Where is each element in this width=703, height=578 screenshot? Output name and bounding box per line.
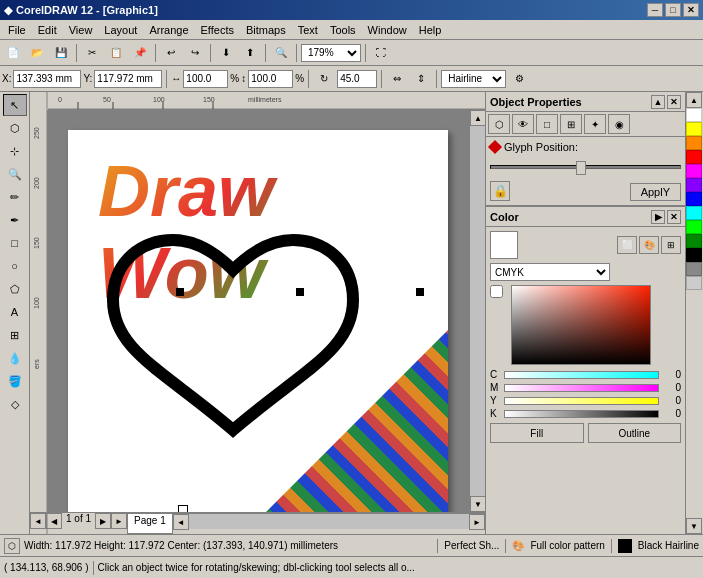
glyph-slider-thumb[interactable] (576, 161, 586, 175)
palette-swatch-green[interactable] (686, 220, 702, 234)
mirror-v-btn[interactable]: ⇕ (410, 68, 432, 90)
minimize-button[interactable]: ─ (647, 3, 663, 17)
freehand-tool[interactable]: ✏ (3, 186, 27, 208)
rect-tool[interactable]: □ (3, 232, 27, 254)
shape-tool[interactable]: ⬡ (3, 117, 27, 139)
zoom-in-button[interactable]: 🔍 (270, 42, 292, 64)
export-button[interactable]: ⬆ (239, 42, 261, 64)
tab-btn-3[interactable]: □ (536, 114, 558, 134)
rotation-input[interactable] (337, 70, 377, 88)
menu-view[interactable]: View (63, 22, 99, 38)
glyph-slider[interactable] (490, 163, 681, 171)
page-last-button[interactable]: ▶ (95, 513, 111, 529)
palette-swatch-gray[interactable] (686, 262, 702, 276)
width-input[interactable] (183, 70, 228, 88)
color-checkbox[interactable] (490, 285, 503, 298)
scroll-up-button[interactable]: ▲ (470, 110, 485, 126)
tab-btn-1[interactable]: ⬡ (488, 114, 510, 134)
horizontal-scrollbar[interactable]: ◄ ► (173, 513, 485, 529)
page-tab[interactable]: Page 1 (127, 513, 173, 534)
eyedropper-tool[interactable]: 💧 (3, 347, 27, 369)
palette-swatch-orange[interactable] (686, 136, 702, 150)
zoom-select[interactable]: 179% (301, 44, 361, 62)
redo-button[interactable]: ↪ (184, 42, 206, 64)
height-input[interactable] (248, 70, 293, 88)
paste-button[interactable]: 📌 (129, 42, 151, 64)
page-next-button[interactable]: ► (111, 513, 127, 529)
palette-swatch-lightgray[interactable] (686, 276, 702, 290)
tab-btn-6[interactable]: ◉ (608, 114, 630, 134)
outline-button[interactable]: Outline (588, 423, 682, 443)
menu-text[interactable]: Text (292, 22, 324, 38)
menu-edit[interactable]: Edit (32, 22, 63, 38)
palette-swatch-magenta[interactable] (686, 164, 702, 178)
menu-layout[interactable]: Layout (98, 22, 143, 38)
menu-tools[interactable]: Tools (324, 22, 362, 38)
cut-button[interactable]: ✂ (81, 42, 103, 64)
palette-scroll-down[interactable]: ▼ (686, 518, 702, 534)
x-input[interactable] (13, 70, 81, 88)
color-tool-3[interactable]: ⊞ (661, 236, 681, 254)
color-model-select[interactable]: CMYK (490, 263, 610, 281)
fill-tool[interactable]: 🪣 (3, 370, 27, 392)
zoom-tool[interactable]: 🔍 (3, 163, 27, 185)
status-icon[interactable]: ⬡ (4, 538, 20, 554)
palette-swatch-darkgreen[interactable] (686, 234, 702, 248)
scroll-down-button[interactable]: ▼ (470, 496, 485, 512)
text-tool[interactable]: A (3, 301, 27, 323)
fullscreen-button[interactable]: ⛶ (370, 42, 392, 64)
tab-btn-5[interactable]: ✦ (584, 114, 606, 134)
maximize-button[interactable]: □ (665, 3, 681, 17)
open-button[interactable]: 📂 (26, 42, 48, 64)
page-first-button[interactable]: ◀ (46, 513, 62, 529)
panel-expand-btn[interactable]: ▲ (651, 95, 665, 109)
menu-arrange[interactable]: Arrange (143, 22, 194, 38)
line-options-btn[interactable]: ⚙ (508, 68, 530, 90)
palette-swatch-cyan[interactable] (686, 206, 702, 220)
mirror-h-btn[interactable]: ⇔ (386, 68, 408, 90)
palette-swatch-yellow[interactable] (686, 122, 702, 136)
panel-close-btn[interactable]: ✕ (667, 95, 681, 109)
undo-button[interactable]: ↩ (160, 42, 182, 64)
outline-tool[interactable]: ◇ (3, 393, 27, 415)
color-tool-1[interactable]: ⬜ (617, 236, 637, 254)
palette-scroll-up[interactable]: ▲ (686, 92, 702, 108)
apply-button[interactable]: ApplY (630, 183, 681, 201)
palette-swatch-white[interactable] (686, 108, 702, 122)
menu-file[interactable]: File (2, 22, 32, 38)
save-button[interactable]: 💾 (50, 42, 72, 64)
tab-btn-4[interactable]: ⊞ (560, 114, 582, 134)
scroll-track-h[interactable] (189, 514, 469, 529)
menu-window[interactable]: Window (362, 22, 413, 38)
scroll-right-button[interactable]: ► (469, 514, 485, 530)
crop-tool[interactable]: ⊹ (3, 140, 27, 162)
import-button[interactable]: ⬇ (215, 42, 237, 64)
fill-button[interactable]: Fill (490, 423, 584, 443)
copy-button[interactable]: 📋 (105, 42, 127, 64)
scroll-left-button[interactable]: ◄ (173, 514, 189, 530)
menu-bitmaps[interactable]: Bitmaps (240, 22, 292, 38)
close-button[interactable]: ✕ (683, 3, 699, 17)
palette-swatch-violet[interactable] (686, 178, 702, 192)
color-swatch-box[interactable] (490, 231, 518, 259)
table-tool[interactable]: ⊞ (3, 324, 27, 346)
ellipse-tool[interactable]: ○ (3, 255, 27, 277)
menu-help[interactable]: Help (413, 22, 448, 38)
glyph-slider-track[interactable] (490, 165, 681, 169)
scroll-track-v[interactable] (470, 126, 485, 496)
palette-swatch-red[interactable] (686, 150, 702, 164)
select-tool[interactable]: ↖ (3, 94, 27, 116)
palette-swatch-black[interactable] (686, 248, 702, 262)
rotate-btn[interactable]: ↻ (313, 68, 335, 90)
smart-draw-tool[interactable]: ✒ (3, 209, 27, 231)
color-spectrum[interactable] (511, 285, 651, 365)
color-expand-btn[interactable]: ▶ (651, 210, 665, 224)
tab-btn-2[interactable]: 👁 (512, 114, 534, 134)
lock-button[interactable]: 🔒 (490, 181, 510, 201)
polygon-tool[interactable]: ⬠ (3, 278, 27, 300)
menu-effects[interactable]: Effects (195, 22, 240, 38)
canvas-container[interactable]: Draw Wow ✕ (48, 110, 485, 512)
vertical-scrollbar[interactable]: ▲ ▼ (469, 110, 485, 512)
line-style-select[interactable]: Hairline (441, 70, 506, 88)
palette-swatch-blue[interactable] (686, 192, 702, 206)
